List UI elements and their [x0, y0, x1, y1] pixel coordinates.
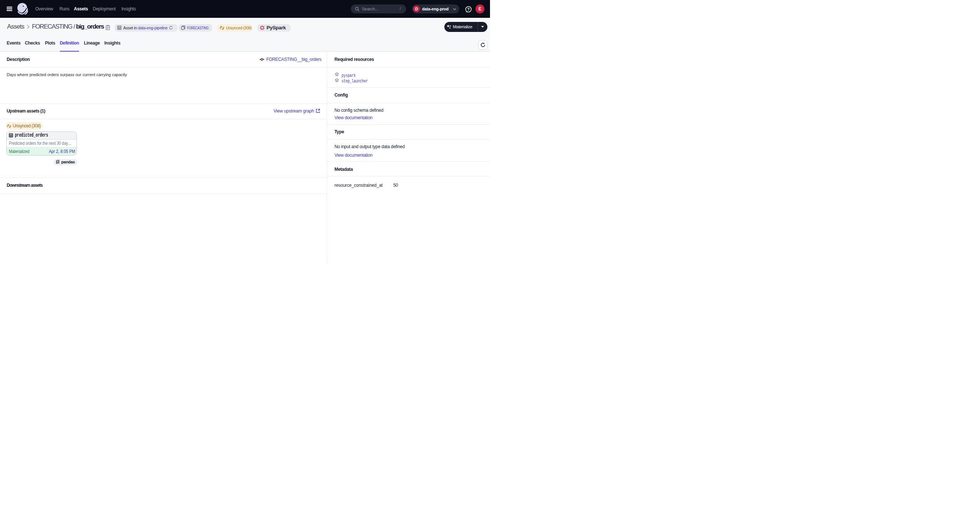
svg-text:?: ? — [467, 7, 469, 11]
